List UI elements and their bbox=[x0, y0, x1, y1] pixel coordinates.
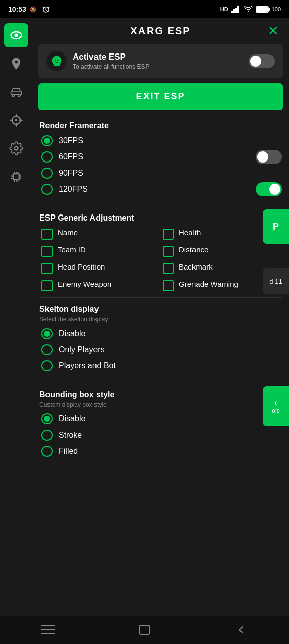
bounding-title: Bounding box style bbox=[39, 390, 282, 399]
bottom-nav-home[interactable] bbox=[129, 620, 160, 640]
sidebar-item-chip[interactable] bbox=[4, 165, 28, 189]
fps-30-label: 30FPS bbox=[59, 136, 83, 145]
esp-generic-section: ESP Generic Adjustment Name Health Team … bbox=[32, 209, 289, 294]
checkbox-name[interactable] bbox=[41, 229, 53, 240]
checkbox-distance-row[interactable]: Distance bbox=[163, 245, 280, 257]
sidebar-item-location[interactable] bbox=[4, 51, 28, 76]
svg-rect-16 bbox=[41, 629, 55, 630]
skelton-subtitle: Select the skelton display bbox=[39, 316, 282, 323]
battery-icon bbox=[256, 6, 269, 13]
green-panel-p-label: P bbox=[273, 222, 279, 232]
bounding-filled-row[interactable]: Filled bbox=[39, 446, 282, 457]
bounding-disable-row[interactable]: Disable bbox=[39, 413, 282, 424]
close-button[interactable]: ✕ bbox=[268, 23, 279, 39]
checkbox-headpos-row[interactable]: Head Position bbox=[41, 262, 159, 274]
app-title: XARG ESP bbox=[130, 25, 190, 37]
fps-30-row[interactable]: 30FPS bbox=[39, 135, 282, 146]
battery-fill bbox=[257, 7, 268, 12]
fps-60-label: 60FPS bbox=[59, 152, 83, 162]
sidebar-item-settings[interactable] bbox=[4, 136, 28, 160]
activate-toggle[interactable] bbox=[249, 54, 275, 68]
skelton-disable-radio[interactable] bbox=[41, 328, 53, 339]
checkbox-backmark-label: Backmark bbox=[179, 262, 213, 272]
checkbox-name-row[interactable]: Name bbox=[41, 228, 159, 240]
main-content: XARG ESP ✕ Activate ESP To activate all … bbox=[32, 18, 289, 616]
eye-icon bbox=[9, 28, 23, 42]
skelton-disable-row[interactable]: Disable bbox=[39, 328, 282, 339]
sidebar-item-crosshair[interactable] bbox=[4, 108, 28, 132]
fps-60-radio[interactable] bbox=[41, 151, 53, 163]
svg-rect-14 bbox=[13, 174, 19, 180]
framerate-title: Render Framerate bbox=[39, 121, 282, 130]
bottom-nav-back[interactable] bbox=[226, 620, 256, 640]
svg-point-9 bbox=[12, 94, 15, 97]
skelton-players-label: Only Players bbox=[59, 345, 105, 354]
mute-icon: 🔕 bbox=[29, 5, 38, 14]
checkbox-backmark[interactable] bbox=[163, 263, 174, 274]
exit-esp-button[interactable]: EXIT ESP bbox=[38, 83, 283, 110]
bounding-disable-radio[interactable] bbox=[41, 413, 53, 424]
activate-title: Activate ESP bbox=[73, 52, 243, 62]
checkbox-health[interactable] bbox=[163, 229, 174, 240]
checkbox-teamid-row[interactable]: Team ID bbox=[41, 245, 159, 257]
activate-esp-card: Activate ESP To activate all functions E… bbox=[38, 44, 283, 78]
checkbox-name-label: Name bbox=[58, 228, 78, 238]
time: 10:53 bbox=[8, 5, 26, 13]
fps-30-radio[interactable] bbox=[41, 135, 53, 146]
fps-120-toggle-knob bbox=[269, 184, 280, 195]
checkbox-teamid[interactable] bbox=[41, 246, 53, 257]
skelton-title: Skelton display bbox=[39, 305, 282, 314]
battery-percent: 100 bbox=[272, 6, 281, 12]
bounding-stroke-radio[interactable] bbox=[41, 430, 53, 441]
activate-text: Activate ESP To activate all functions E… bbox=[73, 52, 243, 70]
skelton-botsplayers-row[interactable]: Players and Bot bbox=[39, 360, 282, 371]
fps-120-label: 120FPS bbox=[59, 185, 88, 194]
fps-60-row[interactable]: 60FPS bbox=[39, 151, 282, 163]
bottom-nav-menu[interactable] bbox=[33, 620, 63, 640]
fps-120-toggle[interactable] bbox=[256, 182, 282, 196]
signal-icon bbox=[231, 6, 240, 13]
fps-60-toggle-knob bbox=[257, 151, 268, 163]
alarm-icon bbox=[41, 5, 51, 14]
bounding-section: Bounding box style Custom display box st… bbox=[32, 386, 289, 465]
green-panel-tools[interactable]: ‹ ols bbox=[263, 386, 289, 426]
checkbox-distance[interactable] bbox=[163, 246, 174, 257]
green-panel-p[interactable]: P bbox=[263, 209, 289, 244]
bounding-subtitle: Custom display box style bbox=[39, 401, 282, 408]
checkbox-enemyweapon-row[interactable]: Enemy Weapon bbox=[41, 279, 159, 291]
skelton-disable-label: Disable bbox=[59, 329, 85, 338]
fps-60-toggle[interactable] bbox=[256, 150, 282, 164]
svg-rect-17 bbox=[41, 633, 55, 634]
fps-90-radio[interactable] bbox=[41, 168, 53, 179]
wifi-icon bbox=[244, 6, 253, 13]
sidebar-item-eye[interactable] bbox=[4, 23, 28, 47]
fps-120-row[interactable]: 120FPS bbox=[39, 184, 282, 195]
fps-90-row[interactable]: 90FPS bbox=[39, 168, 282, 179]
checkbox-teamid-label: Team ID bbox=[58, 245, 86, 255]
title-bar: XARG ESP ✕ bbox=[32, 18, 289, 44]
sidebar-item-car[interactable] bbox=[4, 80, 28, 104]
esp-checkboxes: Name Health Team ID Distance Head Positi… bbox=[39, 228, 282, 291]
checkbox-headpos[interactable] bbox=[41, 263, 53, 274]
home-icon bbox=[138, 624, 151, 636]
toggle-knob bbox=[250, 56, 261, 67]
svg-point-13 bbox=[15, 147, 18, 150]
skelton-players-row[interactable]: Only Players bbox=[39, 344, 282, 355]
bounding-stroke-row[interactable]: Stroke bbox=[39, 430, 282, 441]
checkbox-grenade[interactable] bbox=[163, 280, 174, 291]
fps-120-radio[interactable] bbox=[41, 184, 53, 195]
chip-icon bbox=[9, 170, 23, 184]
bounding-filled-radio[interactable] bbox=[41, 446, 53, 457]
skelton-players-radio[interactable] bbox=[41, 344, 53, 355]
bounding-disable-label: Disable bbox=[59, 414, 85, 423]
skelton-section: Skelton display Select the skelton displ… bbox=[32, 301, 289, 380]
checkbox-grenade-label: Grenade Warning bbox=[179, 279, 238, 289]
hd-badge: HD bbox=[220, 6, 228, 12]
menu-icon bbox=[41, 625, 55, 635]
crosshair-icon bbox=[9, 113, 23, 127]
status-right: HD 100 bbox=[220, 6, 281, 13]
svg-point-7 bbox=[15, 34, 18, 37]
checkbox-enemyweapon[interactable] bbox=[41, 280, 53, 291]
checkbox-enemyweapon-label: Enemy Weapon bbox=[58, 279, 111, 289]
skelton-botsplayers-radio[interactable] bbox=[41, 360, 53, 371]
